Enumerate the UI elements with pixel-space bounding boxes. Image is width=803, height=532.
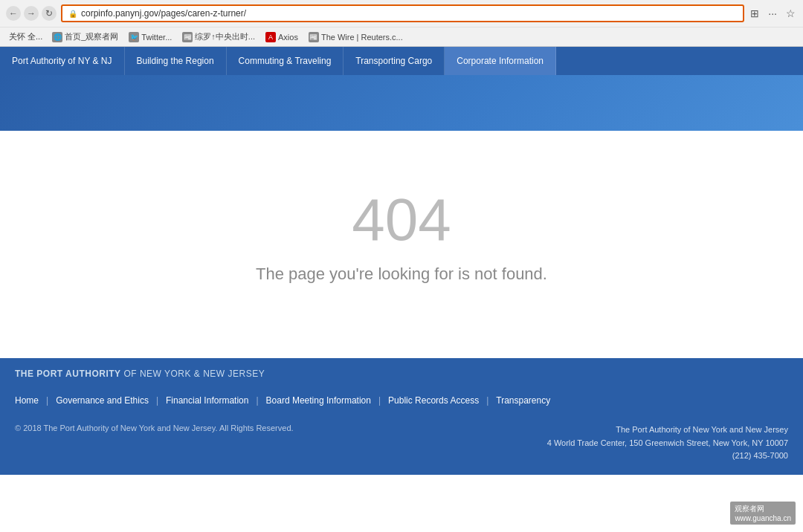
bookmarks-bar: 关怀 全... 🌐 首页_观察者网 🐦 Twitter... 📰 综罗↑中央出时… <box>0 27 803 46</box>
footer-sep-2: | <box>156 395 158 406</box>
footer-links-bar: Home | Governance and Ethics | Financial… <box>0 386 803 415</box>
footer-link-governance[interactable]: Governance and Ethics <box>56 394 149 407</box>
browser-toolbar: ← → ↻ 🔒 corpinfo.panynj.gov/pages/caren-… <box>0 0 803 27</box>
bookmark-favicon-reuters: 📰 <box>309 32 319 42</box>
footer-link-public-records[interactable]: Public Records Access <box>388 394 479 407</box>
bookmarks-label[interactable]: 关怀 全... <box>6 30 45 44</box>
footer-address-line1: The Port Authority of New York and New J… <box>547 424 788 437</box>
address-bar[interactable]: 🔒 corpinfo.panynj.gov/pages/caren-z-turn… <box>61 4 744 22</box>
nav-item-corporate[interactable]: Corporate Information <box>445 47 556 75</box>
bookmark-twitter[interactable]: 🐦 Twitter... <box>125 30 175 44</box>
bookmark-favicon-zhongguo: 📰 <box>182 32 193 42</box>
footer-sep-4: | <box>378 395 381 406</box>
bookmark-label-zhongguo: 综罗↑中央出时... <box>195 31 255 42</box>
footer-link-home[interactable]: Home <box>15 394 39 407</box>
footer-sep-5: | <box>486 395 488 406</box>
bookmark-label-twitter: Twitter... <box>141 33 172 42</box>
main-nav: Port Authority of NY & NJ Building the R… <box>0 47 803 75</box>
bookmark-guancha[interactable]: 🌐 首页_观察者网 <box>48 30 122 44</box>
nav-item-building[interactable]: Building the Region <box>125 47 227 75</box>
footer-address-line2: 4 World Trade Center, 150 Greenwich Stre… <box>547 437 788 450</box>
bookmark-label-axios: Axios <box>278 33 298 42</box>
site-footer: THE PORT AUTHORITY OF NEW YORK & NEW JER… <box>0 358 803 475</box>
bookmark-label-reuters: The Wire | Reuters.c... <box>321 33 403 42</box>
error-content: 404 The page you're looking for is not f… <box>0 131 803 358</box>
footer-address-line3: (212) 435-7000 <box>547 450 788 463</box>
browser-actions: ⊞ ··· ☆ <box>749 6 797 21</box>
bookmark-favicon-guancha: 🌐 <box>52 32 62 42</box>
footer-org-bold: THE PORT AUTHORITY <box>15 369 121 379</box>
footer-bottom: © 2018 The Port Authority of New York an… <box>0 415 803 475</box>
back-button[interactable]: ← <box>6 6 21 21</box>
error-message: The page you're looking for is not found… <box>256 265 547 284</box>
bookmark-zhongguo[interactable]: 📰 综罗↑中央出时... <box>178 30 259 44</box>
bookmark-favicon-axios: A <box>265 32 276 42</box>
bookmark-label-guancha: 首页_观察者网 <box>65 31 118 42</box>
refresh-button[interactable]: ↻ <box>42 6 57 21</box>
footer-org-bar: THE PORT AUTHORITY OF NEW YORK & NEW JER… <box>0 358 803 386</box>
bookmark-favicon-twitter: 🐦 <box>129 32 139 42</box>
nav-item-cargo[interactable]: Transporting Cargo <box>344 47 445 75</box>
more-button[interactable]: ··· <box>767 6 778 21</box>
forward-button[interactable]: → <box>24 6 39 21</box>
extensions-button[interactable]: ⊞ <box>749 6 761 21</box>
footer-link-financial[interactable]: Financial Information <box>166 394 248 407</box>
bookmark-reuters[interactable]: 📰 The Wire | Reuters.c... <box>305 30 407 44</box>
footer-link-board[interactable]: Board Meeting Information <box>266 394 371 407</box>
hero-banner <box>0 75 803 131</box>
footer-address: The Port Authority of New York and New J… <box>547 424 788 463</box>
error-code: 404 <box>352 190 451 250</box>
footer-sep-1: | <box>46 395 48 406</box>
footer-link-transparency[interactable]: Transparency <box>496 394 550 407</box>
bookmark-button[interactable]: ☆ <box>784 6 797 21</box>
footer-sep-3: | <box>256 395 258 406</box>
site-icon: 🔒 <box>68 10 77 18</box>
nav-item-commuting[interactable]: Commuting & Traveling <box>227 47 344 75</box>
browser-nav-icons: ← → ↻ <box>6 6 57 21</box>
footer-org-rest: OF NEW YORK & NEW JERSEY <box>121 369 265 379</box>
nav-item-port-authority[interactable]: Port Authority of NY & NJ <box>0 47 125 75</box>
url-text: corpinfo.panynj.gov/pages/caren-z-turner… <box>81 8 737 19</box>
footer-copyright: © 2018 The Port Authority of New York an… <box>15 424 294 432</box>
site-wrapper: Port Authority of NY & NJ Building the R… <box>0 47 803 475</box>
bookmark-axios[interactable]: A Axios <box>262 30 302 44</box>
